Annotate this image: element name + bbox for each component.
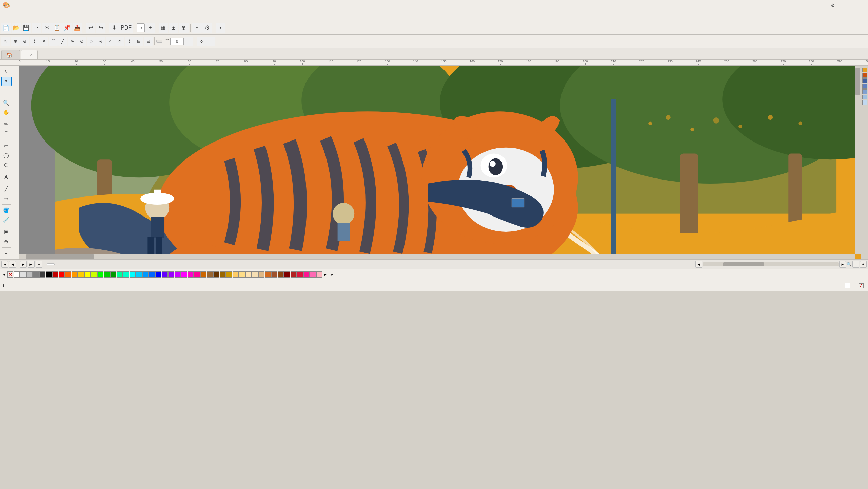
page-prev-button[interactable]: ◄ [9, 261, 16, 268]
align-distribute-button[interactable]: ⊟ [144, 37, 153, 46]
node-line-button[interactable]: ╱ [58, 37, 67, 46]
add-tool-button[interactable]: + [1, 249, 12, 258]
node-symmetrical-button[interactable]: ⊙ [77, 37, 86, 46]
swatch-magenta-1[interactable] [181, 271, 187, 278]
vertical-scrollbar[interactable] [855, 66, 861, 254]
zoom-in-canvas-button[interactable]: + [860, 261, 867, 268]
swatch-tan-1[interactable] [233, 271, 239, 278]
horizontal-scrollbar[interactable] [19, 254, 855, 259]
swatch-yellow-2[interactable] [84, 271, 91, 278]
text-tool-button[interactable]: A [1, 172, 12, 181]
copy-button[interactable]: 📋 [52, 23, 62, 33]
swatch-burlywood[interactable] [258, 271, 264, 278]
swatch-purple-3[interactable] [175, 271, 181, 278]
palette-scroll-left[interactable]: ◄ [1, 271, 7, 278]
menu-tools[interactable] [75, 15, 83, 17]
page-add-button[interactable]: + [36, 261, 42, 268]
no-fill-swatch[interactable]: ✕ [7, 271, 13, 278]
extend-curve-button[interactable]: ⌇ [125, 37, 134, 46]
swatch-tan-2[interactable] [239, 271, 245, 278]
node-edit-tool-button[interactable]: ✦ [1, 77, 12, 86]
segment-align-button[interactable]: ⊞ [134, 37, 143, 46]
eyedropper-tool-button[interactable]: 💉 [1, 215, 12, 224]
swatch-orange-2[interactable] [72, 271, 78, 278]
view-mode-button[interactable]: ▦ [159, 23, 168, 33]
swatch-red-2[interactable] [59, 271, 65, 278]
swatch-brown-3[interactable] [213, 271, 219, 278]
pan-tool-button[interactable]: ✋ [1, 108, 12, 117]
swatch-chocolate[interactable] [265, 271, 271, 278]
zoom-in-button[interactable]: + [145, 23, 155, 33]
import-button[interactable]: ⬇ [109, 23, 119, 33]
palette-menu[interactable]: ≫ [329, 271, 334, 278]
close-button[interactable] [857, 1, 865, 10]
menu-edit[interactable] [9, 15, 18, 17]
swatch-black[interactable] [46, 271, 52, 278]
swatch-light-gray[interactable] [20, 271, 26, 278]
swatch-cyan-2[interactable] [136, 271, 142, 278]
swatch-orange-1[interactable] [65, 271, 71, 278]
swatch-blue-1[interactable] [142, 271, 149, 278]
scroll-right-button[interactable]: ► [839, 261, 846, 268]
settings-button[interactable]: ⚙ [202, 23, 212, 33]
h-scroll-track[interactable] [703, 262, 839, 266]
select-all-nodes-button[interactable]: ↖ [1, 37, 10, 46]
tab-welcome[interactable]: 🏠 [1, 50, 20, 59]
zoom-combo[interactable]: ▼ [137, 23, 145, 32]
swatch-yellow-green[interactable] [91, 271, 97, 278]
swatch-crimson[interactable] [297, 271, 303, 278]
swatch-purple-2[interactable] [168, 271, 174, 278]
swatch-magenta-2[interactable] [188, 271, 194, 278]
outline-indicator[interactable]: ╱ [859, 283, 865, 288]
swatch-gold-2[interactable] [226, 271, 232, 278]
menu-file[interactable] [1, 15, 9, 17]
node-smooth-button[interactable]: ∿ [68, 37, 77, 46]
select-tool-button[interactable]: ↖ [1, 67, 12, 76]
horizontal-scrollbar-thumb[interactable] [26, 254, 94, 259]
settings-icon[interactable]: ⚙ [829, 1, 837, 10]
menu-object[interactable] [34, 15, 42, 17]
bezier-tool-button[interactable]: ⌒ [1, 129, 12, 138]
shadow-tool-button[interactable]: ▣ [1, 227, 12, 236]
restore-button[interactable] [848, 1, 856, 10]
swatch-gold-1[interactable] [220, 271, 226, 278]
swatch-cyan-1[interactable] [130, 271, 136, 278]
menu-bitmaps[interactable] [50, 15, 58, 17]
swatch-maroon[interactable] [284, 271, 290, 278]
undo-button[interactable]: ↩ [86, 23, 95, 33]
node-plus-button[interactable]: + [184, 37, 193, 46]
grid-button[interactable]: ⊞ [169, 23, 178, 33]
swatch-teal-1[interactable] [117, 271, 123, 278]
h-scroll-bar[interactable] [723, 262, 764, 266]
tab-file[interactable]: ✕ [21, 50, 38, 59]
swatch-wheat[interactable] [252, 271, 258, 278]
ellipse-tool-button[interactable]: ◯ [1, 151, 12, 160]
menu-view[interactable] [18, 15, 26, 17]
right-swatch-5[interactable] [862, 89, 867, 94]
export-button[interactable]: 📤 [73, 23, 82, 33]
vertical-scrollbar-thumb[interactable] [855, 68, 860, 95]
minimize-button[interactable] [838, 1, 846, 10]
node-curve-button[interactable]: ⌒ [49, 37, 58, 46]
swatch-blue-3[interactable] [155, 271, 161, 278]
reduce-nodes-button[interactable] [156, 40, 162, 43]
menu-table[interactable] [66, 15, 75, 17]
swatch-lightpink[interactable] [316, 271, 322, 278]
swatch-sienna[interactable] [271, 271, 277, 278]
node-break-button[interactable]: ✕ [39, 37, 48, 46]
dimension-tool-button[interactable]: ╱ [1, 184, 12, 193]
swatch-white[interactable] [14, 271, 20, 278]
publish-pdf-button[interactable]: PDF [119, 23, 133, 33]
right-swatch-3[interactable] [862, 78, 867, 83]
scroll-left-button[interactable]: ◄ [695, 261, 702, 268]
swatch-dark-gray[interactable] [39, 271, 45, 278]
print-button[interactable]: 🖨 [32, 23, 41, 33]
zoom-tool-button[interactable]: 🔍 [1, 98, 12, 107]
open-button[interactable]: 📂 [12, 23, 21, 33]
right-swatch-2[interactable] [862, 73, 867, 78]
cut-button[interactable]: ✂ [42, 23, 52, 33]
paste-button[interactable]: 📌 [62, 23, 72, 33]
swatch-green-1[interactable] [97, 271, 103, 278]
node-elastic-button[interactable]: ⊰ [96, 37, 105, 46]
swatch-deeppink[interactable] [303, 271, 310, 278]
